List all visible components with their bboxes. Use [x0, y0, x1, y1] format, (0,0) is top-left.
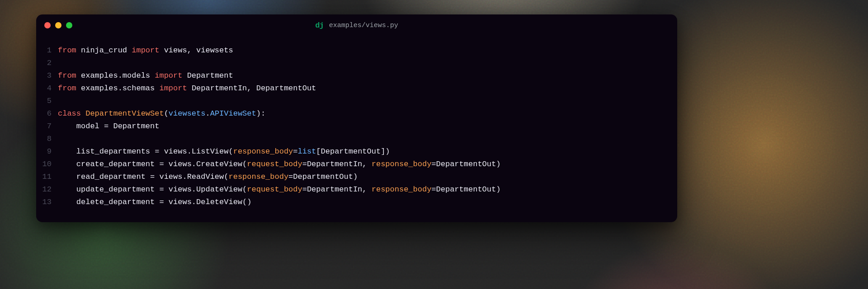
line-number: 4	[36, 82, 58, 95]
token: ):	[256, 109, 265, 118]
minimize-icon[interactable]	[55, 22, 61, 28]
token: response_body	[372, 160, 432, 168]
code-window: dj examples/views.py 1from ninja_crud im…	[36, 14, 677, 222]
token: APIViewSet	[210, 109, 256, 118]
token: =	[104, 122, 108, 131]
token: DepartmentIn,	[307, 160, 372, 168]
line-number: 13	[36, 196, 58, 209]
token: list	[298, 147, 316, 156]
token: DepartmentOut)	[436, 160, 501, 168]
token: =	[150, 172, 155, 181]
line-number: 2	[36, 57, 58, 70]
token: delete_department	[58, 198, 159, 206]
line-number: 6	[36, 107, 58, 120]
token: =	[159, 198, 164, 206]
token: DepartmentIn, DepartmentOut	[192, 84, 316, 93]
token: import	[132, 46, 164, 55]
token: views.DeleteView()	[164, 198, 252, 206]
token: =	[159, 185, 164, 194]
token: examples.models	[81, 71, 155, 80]
token: .	[205, 109, 210, 118]
token: DepartmentIn,	[307, 185, 372, 194]
code-line: 2	[36, 57, 677, 70]
token: model	[58, 122, 104, 131]
token: response_body	[233, 147, 293, 156]
token: =	[302, 160, 307, 168]
code-line: 12 update_department = views.UpdateView(…	[36, 183, 677, 196]
token: views.UpdateView(	[164, 185, 247, 194]
token: Department	[187, 71, 233, 80]
token: DepartmentViewSet	[85, 109, 164, 118]
code-content: delete_department = views.DeleteView()	[58, 196, 251, 209]
code-line: 13 delete_department = views.DeleteView(…	[36, 196, 677, 209]
code-line: 4from examples.schemas import Department…	[36, 82, 677, 95]
token: class	[58, 109, 85, 118]
code-content: create_department = views.CreateView(req…	[58, 158, 500, 171]
token: import	[159, 84, 191, 93]
code-line: 7 model = Department	[36, 120, 677, 133]
line-number: 1	[36, 44, 58, 57]
token: =	[302, 185, 307, 194]
code-line: 8	[36, 133, 677, 145]
token: views.ListView(	[159, 147, 233, 156]
token: =	[155, 147, 159, 156]
token: DepartmentOut)	[436, 185, 501, 194]
token: from	[58, 46, 81, 55]
line-number: 9	[36, 145, 58, 158]
code-content: class DepartmentViewSet(viewsets.APIView…	[58, 107, 265, 120]
code-content: update_department = views.UpdateView(req…	[58, 183, 500, 196]
token: views.ReadView(	[155, 172, 228, 181]
token: request_body	[247, 185, 302, 194]
traffic-lights	[44, 22, 72, 28]
token: list_departments	[58, 147, 155, 156]
token: read_department	[58, 172, 150, 181]
line-number: 5	[36, 95, 58, 107]
code-line: 3from examples.models import Department	[36, 70, 677, 82]
token: response_body	[228, 172, 288, 181]
token: update_department	[58, 185, 159, 194]
token: from	[58, 71, 81, 80]
code-line: 1from ninja_crud import views, viewsets	[36, 44, 677, 57]
line-number: 8	[36, 133, 58, 145]
token: [DepartmentOut])	[316, 147, 390, 156]
token: viewsets	[169, 109, 206, 118]
code-line: 9 list_departments = views.ListView(resp…	[36, 145, 677, 158]
token: =	[431, 160, 436, 168]
code-content: read_department = views.ReadView(respons…	[58, 171, 358, 183]
line-number: 11	[36, 171, 58, 183]
token: create_department	[58, 160, 159, 168]
line-number: 3	[36, 70, 58, 82]
token: response_body	[372, 185, 432, 194]
code-content: list_departments = views.ListView(respon…	[58, 145, 390, 158]
code-line: 11 read_department = views.ReadView(resp…	[36, 171, 677, 183]
token: DepartmentOut)	[293, 172, 358, 181]
token: ninja_crud	[81, 46, 132, 55]
token: views, viewsets	[164, 46, 233, 55]
token: =	[159, 160, 164, 168]
token: =	[288, 172, 293, 181]
token: examples.schemas	[81, 84, 159, 93]
code-content: model = Department	[58, 120, 159, 133]
window-title: dj examples/views.py	[315, 21, 398, 30]
django-icon: dj	[315, 21, 323, 30]
token: request_body	[247, 160, 302, 168]
line-number: 7	[36, 120, 58, 133]
code-line: 6class DepartmentViewSet(viewsets.APIVie…	[36, 107, 677, 120]
token: import	[155, 71, 187, 80]
token: =	[431, 185, 436, 194]
token: Department	[108, 122, 159, 131]
code-content: from ninja_crud import views, viewsets	[58, 44, 233, 57]
token: =	[293, 147, 297, 156]
token: from	[58, 84, 81, 93]
file-path: examples/views.py	[329, 22, 398, 29]
code-content: from examples.schemas import DepartmentI…	[58, 82, 316, 95]
token: (	[164, 109, 169, 118]
maximize-icon[interactable]	[66, 22, 72, 28]
code-line: 10 create_department = views.CreateView(…	[36, 158, 677, 171]
code-editor: 1from ninja_crud import views, viewsets2…	[36, 36, 677, 219]
window-titlebar: dj examples/views.py	[36, 14, 677, 36]
close-icon[interactable]	[44, 22, 51, 28]
line-number: 10	[36, 158, 58, 171]
code-line: 5	[36, 95, 677, 107]
token: views.CreateView(	[164, 160, 247, 168]
